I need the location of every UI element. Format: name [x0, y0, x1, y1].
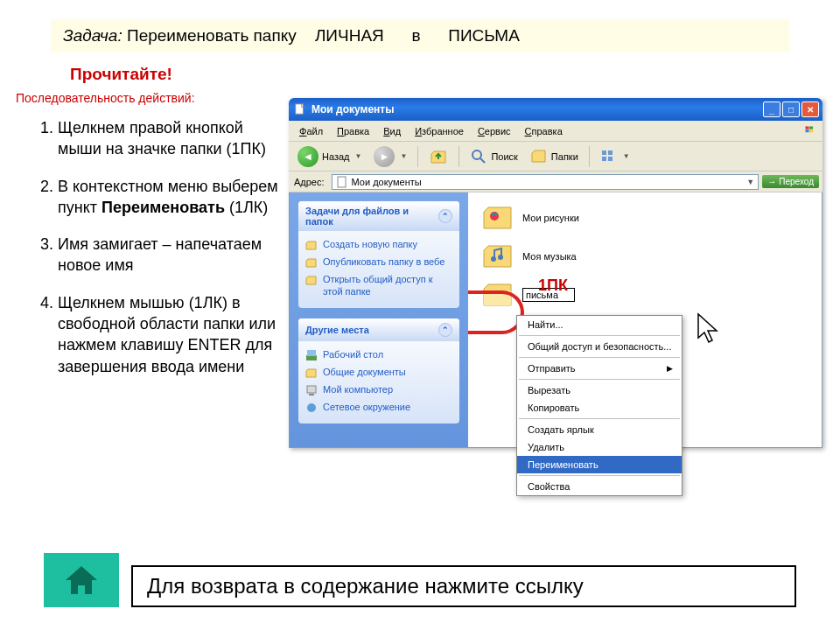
folder-content[interactable]: Мои рисункиМоя музыкаписьма 1ПК Найти...… — [468, 192, 822, 447]
views-button[interactable]: ▼ — [595, 146, 635, 167]
up-button[interactable] — [424, 144, 453, 169]
task-link[interactable]: Создать новую папку — [305, 236, 454, 254]
menu-separator — [519, 357, 680, 358]
places-panel-title: Другие места — [305, 325, 369, 335]
tasks-panel-title: Задачи для файлов и папок — [305, 206, 438, 227]
address-value: Мои документы — [352, 177, 422, 187]
menu-separator — [519, 335, 680, 336]
svg-point-15 — [307, 403, 316, 412]
menu-item[interactable]: Файл — [294, 123, 328, 139]
folder-item[interactable]: Моя музыка — [482, 243, 815, 270]
folder-up-icon — [429, 147, 448, 166]
task-label: Задача: — [63, 26, 122, 45]
forward-button[interactable]: ► ▼ — [368, 144, 412, 170]
cursor-icon — [696, 312, 722, 346]
task-link[interactable]: Открыть общий доступ к этой папке — [305, 271, 454, 301]
places-panel-header[interactable]: Другие места ⌃ — [298, 318, 459, 341]
back-label: Назад — [322, 151, 350, 162]
context-menu-item[interactable]: Найти... — [517, 316, 682, 333]
forward-icon: ► — [374, 146, 395, 167]
place-link[interactable]: Общие документы — [305, 364, 454, 382]
svg-rect-13 — [307, 386, 316, 393]
step-item: Щелкнем мышью (1ЛК) в свободной области … — [58, 292, 280, 377]
menu-item[interactable]: Вид — [378, 123, 406, 139]
back-icon: ◄ — [298, 146, 318, 167]
folders-label: Папки — [551, 151, 578, 162]
minimize-button[interactable]: _ — [763, 102, 780, 117]
svg-rect-14 — [309, 394, 314, 396]
svg-rect-3 — [805, 130, 808, 132]
svg-point-18 — [498, 255, 503, 260]
home-icon — [62, 563, 101, 598]
address-label: Адрес: — [294, 177, 325, 187]
context-menu: Найти...Общий доступ и безопасность...От… — [516, 315, 682, 496]
menu-item[interactable]: Сервис — [472, 123, 516, 139]
chevron-down-icon: ▼ — [355, 152, 362, 160]
read-it-heading: Прочитайте! — [70, 65, 840, 84]
step-item: Имя замигает – напечатаем новое имя — [58, 234, 280, 276]
context-menu-item[interactable]: Удалить — [517, 438, 682, 456]
my-documents-icon — [336, 176, 348, 188]
menu-item[interactable]: Справка — [520, 123, 568, 139]
search-button[interactable]: Поиск — [465, 145, 522, 168]
task-folder-from: ЛИЧНАЯ — [315, 26, 384, 45]
task-mid: в — [411, 26, 420, 45]
my-documents-icon — [294, 103, 306, 116]
places-panel: Другие места ⌃ Рабочий столОбщие докумен… — [298, 318, 459, 424]
step-item: Щелкнем правой кнопкой мыши на значке па… — [58, 117, 280, 160]
folders-button[interactable]: Папки — [525, 145, 584, 168]
search-icon — [470, 148, 487, 165]
tasks-panel: Задачи для файлов и папок ⌃ Создать нову… — [298, 201, 459, 308]
folders-icon — [530, 148, 548, 165]
place-link[interactable]: Мой компьютер — [305, 382, 454, 399]
context-menu-item[interactable]: Создать ярлык — [517, 421, 682, 438]
task-banner: Задача: Переименовать папку ЛИЧНАЯ в ПИС… — [51, 19, 789, 52]
windows-flag-icon — [800, 123, 819, 139]
home-button[interactable] — [44, 553, 119, 607]
svg-rect-8 — [602, 157, 606, 161]
task-link[interactable]: Опубликовать папку в вебе — [305, 254, 454, 271]
steps-list: Щелкнем правой кнопкой мыши на значке па… — [19, 117, 280, 377]
task-text-before: Переименовать папку — [127, 26, 297, 45]
go-label: Переход — [779, 177, 814, 186]
svg-rect-2 — [809, 126, 813, 129]
svg-rect-1 — [805, 126, 808, 129]
place-link[interactable]: Сетевое окружение — [305, 399, 454, 416]
chevron-down-icon: ▼ — [623, 152, 630, 160]
menu-separator — [519, 418, 680, 419]
back-button[interactable]: ◄ Назад ▼ — [292, 144, 367, 170]
tasks-panel-header[interactable]: Задачи для файлов и папок ⌃ — [298, 201, 459, 231]
menu-item[interactable]: Избранное — [410, 123, 469, 139]
menu-separator — [519, 475, 680, 476]
maximize-button[interactable]: □ — [782, 102, 800, 117]
context-menu-item[interactable]: Общий доступ и безопасность... — [517, 338, 682, 355]
folder-item[interactable]: письма — [482, 282, 815, 308]
views-icon — [600, 149, 618, 164]
context-menu-item[interactable]: Свойства — [517, 478, 682, 495]
side-panel: Задачи для файлов и папок ⌃ Создать нову… — [290, 192, 468, 447]
collapse-icon[interactable]: ⌃ — [438, 209, 452, 223]
folder-item[interactable]: Мои рисунки — [482, 205, 815, 231]
close-button[interactable]: ✕ — [802, 102, 819, 117]
toolbar: ◄ Назад ▼ ► ▼ Поиск Папки ▼ — [289, 142, 822, 172]
annotation-1pk-label: 1ПК — [538, 276, 568, 295]
titlebar[interactable]: Мои документы _ □ ✕ — [289, 98, 822, 121]
window-title: Мои документы — [312, 103, 394, 116]
context-menu-item[interactable]: Отправить▶ — [517, 360, 682, 377]
explorer-window: Мои документы _ □ ✕ ФайлПравкаВидИзбранн… — [289, 98, 822, 448]
task-folder-to: ПИСЬМА — [448, 26, 520, 45]
context-menu-item[interactable]: Вырезать — [517, 382, 682, 399]
place-link[interactable]: Рабочий стол — [305, 346, 454, 364]
context-menu-item[interactable]: Переименовать — [517, 456, 682, 473]
menu-item[interactable]: Правка — [332, 123, 374, 139]
svg-rect-10 — [338, 177, 346, 187]
context-menu-item[interactable]: Копировать — [517, 399, 682, 416]
collapse-icon[interactable]: ⌃ — [438, 323, 452, 337]
return-link-text: Для возврата в содержание нажмите ссылку — [147, 574, 584, 598]
return-link-box[interactable]: Для возврата в содержание нажмите ссылку — [131, 565, 796, 607]
chevron-down-icon[interactable]: ▼ — [746, 178, 754, 186]
go-button[interactable]: → Переход — [762, 175, 819, 188]
svg-rect-4 — [809, 130, 813, 132]
svg-point-17 — [491, 256, 496, 262]
address-field[interactable]: Мои документы ▼ — [332, 174, 760, 190]
